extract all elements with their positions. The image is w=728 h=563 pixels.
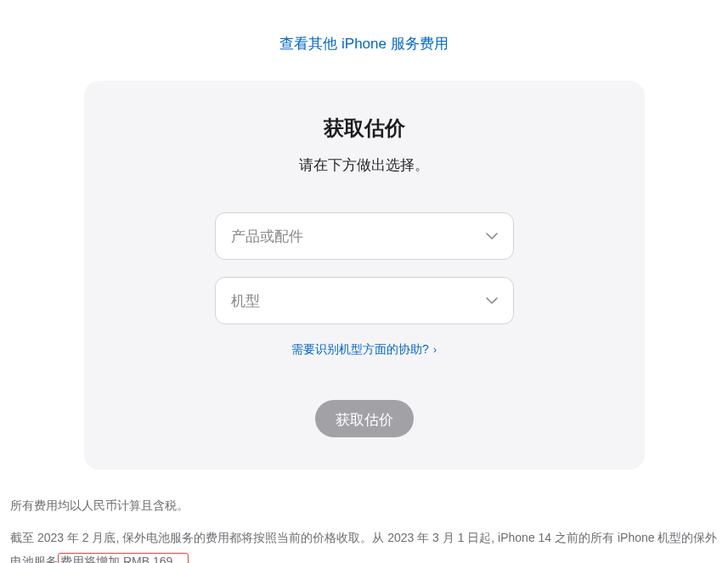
model-select-placeholder: 机型 — [231, 291, 260, 311]
footer-notes: 所有费用均以人民币计算且含税。 截至 2023 年 2 月底, 保外电池服务的费… — [8, 490, 720, 563]
chevron-down-icon — [486, 233, 498, 239]
help-link-text: 需要识别机型方面的协助? — [291, 342, 429, 356]
model-select[interactable]: 机型 — [215, 277, 514, 324]
identify-model-help-link[interactable]: 需要识别机型方面的协助? › — [291, 342, 437, 356]
price-increase-highlight: 费用将增加 RMB 169。 — [58, 553, 189, 563]
product-select[interactable]: 产品或配件 — [215, 212, 514, 260]
other-service-fees-link[interactable]: 查看其他 iPhone 服务费用 — [279, 36, 448, 52]
footer-line-2: 截至 2023 年 2 月底, 保外电池服务的费用都将按照当前的价格收取。从 2… — [10, 526, 718, 563]
footer-line-1: 所有费用均以人民币计算且含税。 — [10, 493, 718, 517]
get-estimate-button[interactable]: 获取估价 — [315, 400, 414, 437]
product-select-placeholder: 产品或配件 — [231, 227, 303, 246]
chevron-right-icon: › — [431, 344, 437, 356]
card-subtitle: 请在下方做出选择。 — [118, 155, 611, 175]
card-title: 获取估价 — [118, 115, 611, 142]
help-link-wrap: 需要识别机型方面的协助? › — [118, 341, 611, 358]
estimate-card: 获取估价 请在下方做出选择。 产品或配件 机型 需要识别机型方面的协助? › — [84, 81, 645, 470]
model-select-wrap: 机型 — [215, 277, 514, 324]
top-link-wrap: 查看其他 iPhone 服务费用 — [8, 8, 720, 70]
product-select-wrap: 产品或配件 — [215, 212, 514, 260]
chevron-down-icon — [486, 297, 498, 304]
